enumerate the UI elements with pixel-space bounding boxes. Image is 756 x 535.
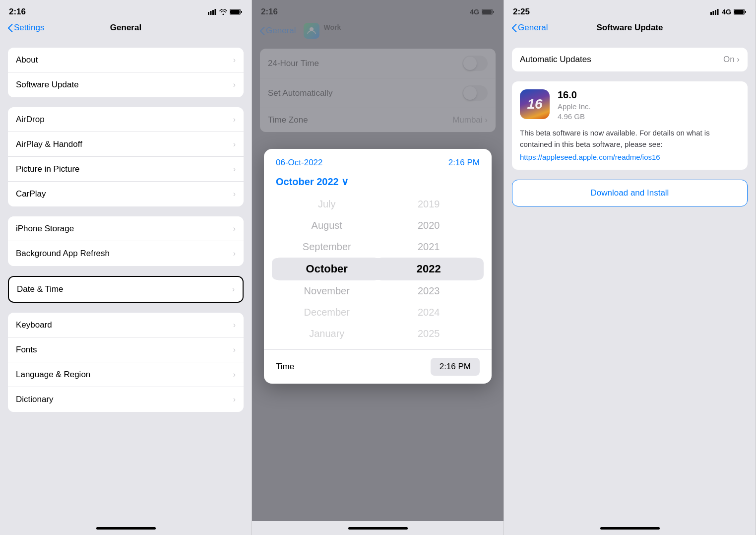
nav-title-1: General xyxy=(110,23,141,33)
datetime-modal[interactable]: 06-Oct-2022 2:16 PM October 2022 ∨ July … xyxy=(264,149,492,384)
picker-january: January xyxy=(276,323,378,344)
panel-datetime: 2:16 4G General xyxy=(252,0,504,535)
row-airplay-handoff[interactable]: AirPlay & Handoff › xyxy=(8,132,244,157)
auto-updates-label: Automatic Updates xyxy=(520,55,591,65)
nav-bar-1: Settings General xyxy=(0,20,252,38)
home-indicator-3 xyxy=(504,521,756,535)
row-iphone-storage[interactable]: iPhone Storage › xyxy=(8,216,244,241)
nav-bar-3: General Software Update xyxy=(504,20,756,38)
download-button[interactable]: Download and Install xyxy=(512,180,748,206)
picker-container: July August September October November D… xyxy=(264,194,492,344)
home-indicator-1 xyxy=(0,521,252,535)
nav-back-3[interactable]: General xyxy=(512,23,548,33)
svg-rect-17 xyxy=(745,11,746,13)
picker-2021: 2021 xyxy=(378,236,480,258)
svg-rect-16 xyxy=(734,10,744,14)
row-picture-in-picture[interactable]: Picture in Picture › xyxy=(8,157,244,182)
picker-july: July xyxy=(276,194,378,215)
row-fonts[interactable]: Fonts › xyxy=(8,337,244,362)
panel-software-update: 2:25 4G General Software Update xyxy=(504,0,756,535)
modal-header: 06-Oct-2022 2:16 PM xyxy=(264,149,492,173)
update-card: 16 16.0 Apple Inc. 4.96 GB This beta sof… xyxy=(512,81,748,170)
download-button-label: Download and Install xyxy=(591,188,669,198)
ios16-icon: 16 xyxy=(520,89,550,119)
picker-2024: 2024 xyxy=(378,302,480,323)
svg-rect-2 xyxy=(212,10,214,15)
auto-updates-value: On › xyxy=(723,55,740,65)
status-bar-3: 2:25 4G xyxy=(504,0,756,20)
svg-rect-13 xyxy=(715,10,716,15)
svg-rect-11 xyxy=(710,12,712,15)
svg-rect-3 xyxy=(215,9,216,15)
svg-rect-12 xyxy=(713,11,714,15)
row-software-update[interactable]: Software Update › xyxy=(8,72,244,97)
row-dictionary[interactable]: Dictionary › xyxy=(8,387,244,412)
auto-updates-row[interactable]: Automatic Updates On › xyxy=(512,48,748,71)
update-company: Apple Inc. xyxy=(558,102,591,111)
section-datetime: Date & Time › xyxy=(8,276,244,303)
panel-general: 2:16 Settings xyxy=(0,0,252,535)
svg-rect-0 xyxy=(208,12,209,15)
status-bar-1: 2:16 xyxy=(0,0,252,20)
section-keyboard: Keyboard › Fonts › Language & Region › D… xyxy=(8,313,244,412)
home-bar-3 xyxy=(600,527,660,530)
update-version: 16.0 xyxy=(558,89,591,101)
modal-date: 06-Oct-2022 xyxy=(276,158,323,168)
row-carplay[interactable]: CarPlay › xyxy=(8,182,244,206)
modal-time-value[interactable]: 2:16 PM xyxy=(431,358,480,376)
year-picker[interactable]: 2019 2020 2021 2022 2023 2024 2025 xyxy=(378,194,480,344)
picker-november: November xyxy=(276,280,378,302)
update-info-row: 16 16.0 Apple Inc. 4.96 GB xyxy=(520,89,740,121)
status-time-1: 2:16 xyxy=(9,7,26,17)
home-indicator-2 xyxy=(252,521,504,535)
status-time-3: 2:25 xyxy=(513,7,530,17)
update-meta: 16.0 Apple Inc. 4.96 GB xyxy=(558,89,591,121)
picker-2025: 2025 xyxy=(378,323,480,344)
modal-time-header: 2:16 PM xyxy=(448,158,480,168)
back-chevron-icon xyxy=(8,24,13,32)
home-bar-1 xyxy=(96,527,156,530)
picker-december: December xyxy=(276,302,378,323)
svg-rect-5 xyxy=(230,10,240,14)
picker-2020: 2020 xyxy=(378,215,480,236)
signal-icon xyxy=(208,9,217,15)
row-airdrop[interactable]: AirDrop › xyxy=(8,107,244,132)
picker-2023: 2023 xyxy=(378,280,480,302)
svg-rect-14 xyxy=(717,9,719,15)
update-description: This beta software is now available. For… xyxy=(520,128,740,150)
battery-icon xyxy=(230,9,243,15)
row-keyboard[interactable]: Keyboard › xyxy=(8,313,244,337)
section-airdrop: AirDrop › AirPlay & Handoff › Picture in… xyxy=(8,107,244,206)
row-background-app-refresh[interactable]: Background App Refresh › xyxy=(8,241,244,266)
month-picker[interactable]: July August September October November D… xyxy=(276,194,378,344)
software-update-content: Automatic Updates On › 16 16.0 Apple Inc… xyxy=(504,38,756,521)
svg-rect-6 xyxy=(241,11,242,13)
svg-rect-1 xyxy=(210,11,212,15)
update-size: 4.96 GB xyxy=(558,112,591,121)
status-icons-3: 4G xyxy=(710,8,747,16)
back-chevron-icon-3 xyxy=(512,24,517,32)
section-about: About › Software Update › xyxy=(8,48,244,97)
nav-back-1[interactable]: Settings xyxy=(8,23,44,33)
row-about[interactable]: About › xyxy=(8,48,244,72)
settings-list-1: About › Software Update › AirDrop › AirP… xyxy=(0,38,252,521)
home-bar-2 xyxy=(348,527,408,530)
picker-october[interactable]: October xyxy=(276,258,378,280)
status-icons-1 xyxy=(208,9,243,15)
update-link[interactable]: https://appleseed.apple.com/readme/ios16 xyxy=(520,153,660,161)
section-storage: iPhone Storage › Background App Refresh … xyxy=(8,216,244,266)
picker-2022[interactable]: 2022 xyxy=(378,258,480,280)
wifi-icon xyxy=(219,9,227,15)
nav-title-3: Software Update xyxy=(596,23,663,33)
signal-4g-3: 4G xyxy=(722,8,731,16)
modal-month-title[interactable]: October 2022 ∨ xyxy=(264,173,492,194)
signal-icon-3 xyxy=(710,9,719,15)
picker-august: August xyxy=(276,215,378,236)
picker-2019: 2019 xyxy=(378,194,480,215)
row-date-time[interactable]: Date & Time › xyxy=(9,277,243,302)
battery-icon-3 xyxy=(734,9,747,15)
modal-time-text: Time xyxy=(276,362,294,372)
row-language-region[interactable]: Language & Region › xyxy=(8,362,244,387)
picker-september: September xyxy=(276,236,378,258)
modal-time-row[interactable]: Time 2:16 PM xyxy=(264,349,492,384)
